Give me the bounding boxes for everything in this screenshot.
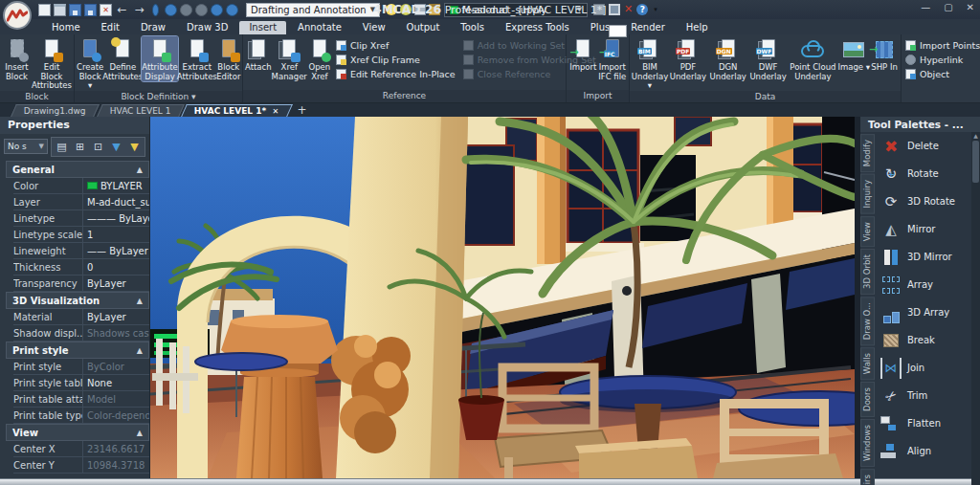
tab-home[interactable]: Home <box>42 21 90 34</box>
palette-item-mirror[interactable]: ◭Mirror <box>875 215 971 243</box>
zoom-icon[interactable] <box>180 4 192 16</box>
view-globe-icon[interactable] <box>226 4 238 16</box>
property-row-thickness[interactable]: Thickness 0 <box>13 259 149 276</box>
property-row-material[interactable]: Material ByLayer <box>13 309 149 325</box>
palette-tab-stairs[interactable]: Stairs <box>860 469 875 485</box>
block-editor-button[interactable]: Block Editor <box>216 36 241 81</box>
doc-tab-hvac-level-1-active[interactable]: HVAC LEVEL 1* ✕ <box>182 104 294 117</box>
bim-underlay-button[interactable]: BIM BIM Underlay ▾ <box>632 36 668 91</box>
palette-tab-inquiry[interactable]: Inquiry <box>860 174 875 214</box>
property-row-linetype-scale[interactable]: Linetype scale 1 <box>13 227 149 243</box>
palette-item-3d-array[interactable]: 3D Array <box>875 298 971 326</box>
display-icon[interactable] <box>609 4 620 15</box>
dgn-underlay-button[interactable]: DGN DGN Underlay <box>708 36 748 81</box>
property-row-print-style-table[interactable]: Print style table None <box>13 375 149 391</box>
property-row-lineweight[interactable]: Lineweight —— ByLayer <box>13 243 149 259</box>
dwf-underlay-button[interactable]: DWF DWF Underlay <box>748 36 789 81</box>
toolbar-overflow-icon[interactable]: ▾ <box>654 6 657 13</box>
palette-tab-doors[interactable]: Doors <box>860 382 875 417</box>
sun-icon[interactable] <box>400 4 412 15</box>
tab-view[interactable]: View <box>353 21 395 34</box>
scroll-up-icon[interactable]: ▲ <box>973 132 978 140</box>
palette-tab-windows[interactable]: Windows <box>860 419 875 467</box>
new-tab-button[interactable]: + <box>298 104 307 117</box>
xref-clip-frame-button[interactable]: Xref Clip Frame <box>336 54 456 66</box>
palette-item-delete[interactable]: ✖Delete <box>875 132 971 160</box>
palette-item-rotate[interactable]: ↻Rotate <box>875 160 971 187</box>
extract-attributes-button[interactable]: Extract Attributes <box>178 36 216 81</box>
selection-dropdown[interactable]: No s▼ <box>4 139 48 154</box>
pan-icon[interactable] <box>165 4 177 16</box>
tab-output[interactable]: Output <box>397 21 450 34</box>
palette-tab-modify[interactable]: Modify <box>860 134 875 172</box>
open-xref-button[interactable]: Open Xref <box>307 36 332 81</box>
tab-draw3d[interactable]: Draw 3D <box>177 21 237 34</box>
palette-item-align[interactable]: Align <box>875 437 971 465</box>
property-row-layer[interactable]: Layer M-ad-duct_su... <box>13 194 149 210</box>
redo-icon[interactable]: → <box>132 4 146 16</box>
property-row-transparency[interactable]: Transparency ByLayer <box>13 276 149 292</box>
clip-xref-button[interactable]: Clip Xref <box>336 39 456 52</box>
palette-item-break[interactable]: Break <box>875 326 971 354</box>
property-row-print-table-attach[interactable]: Print table atta... Model <box>13 391 149 408</box>
property-row-print-style[interactable]: Print style ByColor <box>13 359 149 375</box>
xref-manager-button[interactable]: Xref Manager <box>272 36 307 81</box>
help-icon[interactable]: ? <box>636 4 648 15</box>
select-objects-icon[interactable]: ⊞ <box>72 139 88 155</box>
palette-tab-view[interactable]: View <box>860 216 875 247</box>
section-general[interactable]: General▲ <box>6 161 149 178</box>
filter-blue-icon[interactable]: ▼ <box>108 139 124 155</box>
palette-item-trim[interactable]: ✂Trim <box>875 382 971 409</box>
property-row-print-table-type[interactable]: Print table type Color-depend... <box>13 408 149 424</box>
edit-block-attributes-button[interactable]: Edit Block Attributes <box>32 36 72 91</box>
property-row-shadow[interactable]: Shadow displ... Shadows cast... <box>13 325 149 342</box>
erase-icon[interactable]: ✕ <box>624 4 633 15</box>
minimize-button[interactable]: — <box>921 2 930 12</box>
save-as-icon[interactable] <box>84 4 97 16</box>
object-button[interactable]: Object <box>905 68 976 80</box>
render-globe-icon[interactable] <box>211 4 223 16</box>
hyperlink-button[interactable]: Hyperlink <box>905 54 976 66</box>
define-attributes-button[interactable]: Define Attributes <box>103 36 142 81</box>
palette-item-join[interactable]: ⋈Join <box>875 354 971 382</box>
layer-folder-icon[interactable] <box>429 4 440 15</box>
workspace-dropdown[interactable]: Drafting and Annotation ▼ <box>246 3 380 17</box>
doc-tab-hvac-level-1[interactable]: HVAC LEVEL 1 <box>97 104 184 117</box>
quick-select-icon[interactable]: ▤ <box>54 139 70 155</box>
import-button[interactable]: → Import <box>568 36 598 73</box>
image-button[interactable]: Image ▾ <box>837 36 870 73</box>
app-logo-icon[interactable] <box>3 1 32 30</box>
horizontal-scrollbar[interactable] <box>0 478 980 485</box>
close-button[interactable]: ✕ <box>967 2 974 12</box>
tab-render[interactable]: Render <box>621 21 675 34</box>
attach-button[interactable]: Attach <box>245 36 272 73</box>
property-row-center-y[interactable]: Center Y 10984.3718 <box>13 457 149 474</box>
undo-icon[interactable]: ← <box>115 4 129 16</box>
tab-help[interactable]: Help <box>677 21 718 34</box>
edit-reference-in-place-button[interactable]: Edit Reference In-Place <box>336 68 456 80</box>
palette-tab-3d-orbit[interactable]: 3D Orbit <box>860 249 875 295</box>
palette-item-3d-mirror[interactable]: 3D Mirror <box>875 243 971 271</box>
tab-express-tools[interactable]: Express Tools <box>496 21 579 34</box>
section-view[interactable]: View▲ <box>6 424 149 441</box>
insert-block-button[interactable]: Insert Block <box>2 36 32 81</box>
import-points-button[interactable]: Import Points <box>905 39 976 52</box>
tab-tools[interactable]: Tools <box>451 21 494 34</box>
point-cloud-underlay-button[interactable]: Point Cloud Underlay <box>788 36 837 81</box>
doc-tab-drawing1[interactable]: Drawing1.dwg <box>11 104 100 117</box>
create-block-button[interactable]: Create Block ▾ <box>77 36 103 91</box>
property-row-center-x[interactable]: Center X 23146.6617 <box>13 441 149 457</box>
section-print-style[interactable]: Print style▲ <box>6 342 149 359</box>
attribute-display-button[interactable]: Attribute Display <box>142 36 178 81</box>
shp-in-button[interactable]: SHP In <box>870 36 899 73</box>
new-file-icon[interactable] <box>38 4 51 16</box>
close-tab-icon[interactable]: ✕ <box>274 107 280 116</box>
maximize-button[interactable]: ▢ <box>944 2 952 12</box>
toggle-pickadd-icon[interactable]: ⊡ <box>90 139 106 155</box>
palette-item-flatten[interactable]: Flatten <box>875 409 971 437</box>
bulb-icon[interactable] <box>386 4 397 15</box>
plot-style-icon[interactable] <box>593 4 605 15</box>
palette-tab-walls[interactable]: Walls <box>860 347 875 380</box>
filter-yellow-icon[interactable]: ▼ <box>126 139 143 155</box>
open-file-icon[interactable] <box>54 4 66 16</box>
